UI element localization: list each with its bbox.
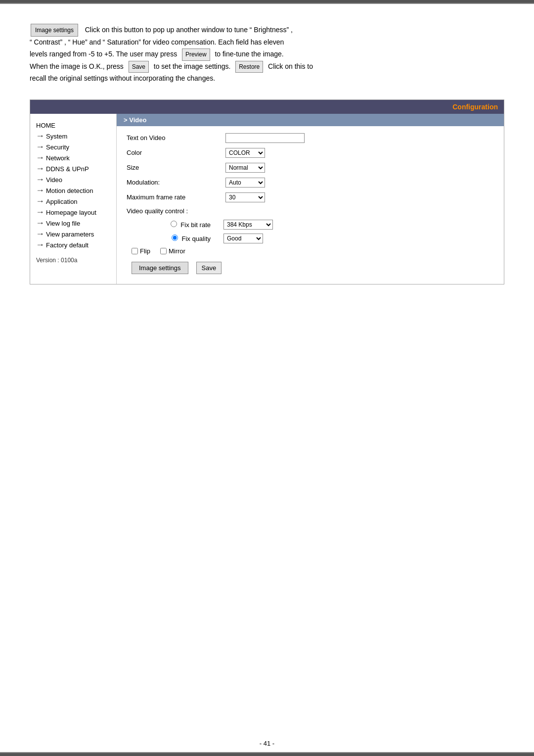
sidebar-label-network: Network — [46, 154, 70, 162]
sidebar-label-application: Application — [46, 198, 78, 205]
arrow-right-icon-homepage: ⭢ — [36, 209, 44, 217]
modulation-control: Auto 50Hz 60Hz — [225, 178, 494, 188]
mirror-item: Mirror — [160, 247, 185, 255]
fix-quality-row: Fix quality Good Normal Medium — [127, 234, 494, 243]
page-wrapper: Image settings Click on this button to p… — [0, 0, 534, 756]
sidebar-label-homepage: Homepage layout — [46, 209, 96, 216]
sidebar-item-video[interactable]: ⭢ Video — [30, 175, 116, 186]
fix-bit-rate-row: Fix bit rate 384 Kbps 512 Kbps 256 Kbps — [127, 220, 494, 230]
image-settings-inline-btn[interactable]: Image settings — [31, 24, 78, 37]
save-button[interactable]: Save — [196, 262, 222, 274]
max-frame-rate-row: Maximum frame rate 30 25 15 — [127, 192, 494, 202]
text-on-video-label: Text on Video — [127, 134, 225, 142]
size-select[interactable]: Normal Large Small — [225, 163, 265, 173]
instruction-text-7: Click on this to — [268, 62, 313, 70]
instruction-text-5: When the image is O.K., press — [30, 62, 124, 70]
sidebar-label-security: Security — [46, 143, 69, 151]
fix-bit-rate-select-area: 384 Kbps 512 Kbps 256 Kbps — [223, 220, 273, 230]
modulation-label: Modulation: — [127, 179, 225, 186]
restore-inline-btn[interactable]: Restore — [235, 61, 263, 73]
sidebar-label-system: System — [46, 133, 67, 140]
color-control: COLOR B&W — [225, 148, 494, 158]
video-quality-label-row: Video quality control : — [127, 207, 494, 215]
mirror-label: Mirror — [169, 247, 185, 255]
flip-item: Flip — [132, 247, 150, 255]
arrow-right-icon-viewlog: ⭢ — [36, 220, 44, 228]
main-content: > Video Text on Video Color — [117, 114, 504, 284]
sidebar-item-security[interactable]: ⭢ Security — [30, 142, 116, 153]
sidebar-item-ddns[interactable]: ⭢ DDNS & UPnP — [30, 164, 116, 175]
video-quality-label: Video quality control : — [127, 207, 225, 215]
sidebar-item-viewlog[interactable]: ⭢ View log file — [30, 218, 116, 229]
fix-bit-rate-label-text: Fix bit rate — [180, 221, 211, 229]
arrow-right-icon-security: ⭢ — [36, 143, 44, 151]
size-row: Size Normal Large Small — [127, 163, 494, 173]
fix-quality-select-area: Good Normal Medium — [223, 234, 263, 243]
sidebar-version: Version : 0100a — [30, 251, 116, 266]
mirror-checkbox[interactable] — [160, 248, 167, 254]
flip-mirror-row: Flip Mirror — [127, 247, 494, 255]
color-select[interactable]: COLOR B&W — [225, 148, 265, 158]
config-panel: Configuration HOME ⭢ System ⭢ Security ⭢… — [30, 99, 504, 284]
content-header-label: > Video — [124, 116, 146, 124]
arrow-right-icon-ddns: ⭢ — [36, 165, 44, 173]
instruction-text-8: recall the original settings without inc… — [30, 74, 215, 82]
sidebar-item-motion[interactable]: ⭢ Motion detection — [30, 186, 116, 196]
spacer — [0, 304, 534, 735]
sidebar: HOME ⭢ System ⭢ Security ⭢ Network ⭢ DDN… — [30, 114, 117, 284]
flip-checkbox[interactable] — [132, 248, 138, 254]
sidebar-item-viewparams[interactable]: ⭢ View parameters — [30, 229, 116, 240]
text-on-video-control — [225, 133, 494, 143]
arrow-right-icon-viewparams: ⭢ — [36, 231, 44, 238]
config-header: Configuration — [30, 100, 504, 114]
sidebar-label-video: Video — [46, 176, 62, 184]
fix-quality-label-text: Fix quality — [181, 235, 211, 242]
image-settings-button[interactable]: Image settings — [132, 262, 188, 274]
arrow-right-icon: ⭢ — [36, 133, 44, 141]
fix-bit-rate-radio-label: Fix bit rate — [156, 221, 216, 229]
fix-quality-select[interactable]: Good Normal Medium — [223, 234, 263, 243]
arrow-right-icon-app: ⭢ — [36, 198, 44, 206]
top-border-thin — [0, 3, 534, 4]
flip-label: Flip — [140, 247, 150, 255]
instruction-text-4: to fine-tune the image. — [215, 50, 283, 58]
text-on-video-input[interactable] — [225, 133, 305, 143]
fix-quality-radio[interactable] — [172, 235, 178, 241]
buttons-row: Image settings Save — [127, 262, 494, 274]
text-on-video-row: Text on Video — [127, 133, 494, 143]
sidebar-item-homepage[interactable]: ⭢ Homepage layout — [30, 207, 116, 218]
max-frame-rate-control: 30 25 15 — [225, 192, 494, 202]
fix-bit-rate-select[interactable]: 384 Kbps 512 Kbps 256 Kbps — [223, 220, 273, 230]
arrow-right-icon-motion: ⭢ — [36, 187, 44, 195]
sidebar-item-home[interactable]: HOME — [30, 119, 116, 131]
page-number: - 41 - — [0, 735, 534, 752]
modulation-select[interactable]: Auto 50Hz 60Hz — [225, 178, 265, 188]
sidebar-item-factory[interactable]: ⭢ Factory default — [30, 240, 116, 251]
color-row: Color COLOR B&W — [127, 148, 494, 158]
sidebar-item-network[interactable]: ⭢ Network — [30, 153, 116, 164]
modulation-row: Modulation: Auto 50Hz 60Hz — [127, 178, 494, 188]
sidebar-label-motion: Motion detection — [46, 187, 93, 194]
max-frame-rate-label: Maximum frame rate — [127, 193, 225, 201]
bottom-border — [0, 753, 534, 756]
arrow-right-icon-video: ⭢ — [36, 176, 44, 184]
save-inline-btn[interactable]: Save — [129, 61, 149, 73]
size-label: Size — [127, 164, 225, 171]
max-frame-rate-select[interactable]: 30 25 15 — [225, 192, 265, 202]
size-control: Normal Large Small — [225, 163, 494, 173]
fix-quality-radio-label: Fix quality — [156, 235, 216, 242]
config-title: Configuration — [452, 103, 498, 111]
config-body: HOME ⭢ System ⭢ Security ⭢ Network ⭢ DDN… — [30, 114, 504, 284]
sidebar-label-ddns: DDNS & UPnP — [46, 165, 89, 173]
sidebar-label-viewlog: View log file — [46, 220, 80, 227]
fix-bit-rate-radio[interactable] — [171, 221, 177, 227]
preview-inline-btn[interactable]: Preview — [182, 48, 210, 60]
content-header: > Video — [117, 114, 504, 126]
content-body: Text on Video Color COLOR B&W — [117, 126, 504, 284]
sidebar-item-application[interactable]: ⭢ Application — [30, 196, 116, 207]
sidebar-label-factory: Factory default — [46, 241, 89, 249]
instruction-text-2: “ Contrast” , “ Hue” and “ Saturation” f… — [30, 38, 284, 46]
color-label: Color — [127, 149, 225, 156]
instruction-text-6: to set the image settings. — [154, 62, 231, 70]
sidebar-item-system[interactable]: ⭢ System — [30, 131, 116, 142]
